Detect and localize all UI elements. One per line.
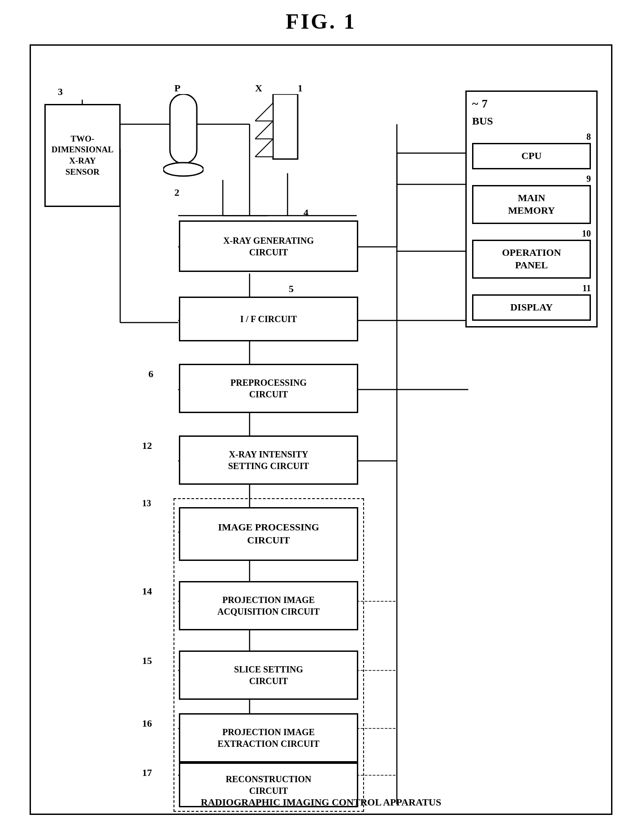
bus-tilde: ~ xyxy=(472,97,478,111)
xray-gen-circuit: X-RAY GENERATING CIRCUIT xyxy=(179,220,358,272)
tube-number: 2 xyxy=(174,187,179,198)
bottom-label: RADIOGRAPHIC IMAGING CONTROL APPARATUS xyxy=(201,797,441,808)
proj-acq-number: 14 xyxy=(142,586,152,597)
proj-ext-circuit: PROJECTION IMAGE EXTRACTION CIRCUIT xyxy=(179,713,358,762)
sensor-box: TWO- DIMENSIONAL X-RAY SENSOR xyxy=(44,104,121,207)
preproc-number: 6 xyxy=(148,368,153,380)
proj-ext-number: 16 xyxy=(142,718,152,729)
memory-block: MAIN MEMORY xyxy=(472,185,591,224)
display-number: 11 xyxy=(582,283,591,293)
svg-marker-37 xyxy=(255,103,273,121)
img-proc-circuit: IMAGE PROCESSING CIRCUIT xyxy=(179,507,358,561)
xray-x-label: X xyxy=(255,82,262,94)
cpu-number: 8 xyxy=(586,132,591,142)
svg-rect-36 xyxy=(273,94,298,159)
sensor-number: 3 xyxy=(58,86,63,98)
preproc-circuit: PREPROCESSING CIRCUIT xyxy=(179,364,358,413)
bus-number: 7 xyxy=(482,97,488,111)
if-number: 5 xyxy=(289,283,294,295)
slice-circuit: SLICE SETTING CIRCUIT xyxy=(179,650,358,700)
diagram-container: 3 TWO- DIMENSIONAL X-RAY SENSOR P 2 X 1 … xyxy=(30,44,612,815)
xray-beam-svg xyxy=(255,94,313,184)
xray-gen-number: 4 xyxy=(304,207,308,219)
svg-point-35 xyxy=(163,163,204,176)
xray-int-circuit: X-RAY INTENSITY SETTING CIRCUIT xyxy=(179,435,358,485)
if-circuit: I / F CIRCUIT xyxy=(179,297,358,341)
img-proc-label: 13 xyxy=(142,498,151,508)
xray-number-1: 1 xyxy=(298,82,303,94)
recon-number: 17 xyxy=(142,767,152,779)
display-block: DISPLAY xyxy=(472,294,591,321)
proj-acq-circuit: PROJECTION IMAGE ACQUISITION CIRCUIT xyxy=(179,581,358,630)
bus-label: BUS xyxy=(472,115,591,127)
slice-number: 15 xyxy=(142,655,152,667)
panel-number: 10 xyxy=(582,228,591,239)
page-title: FIG. 1 xyxy=(286,9,356,34)
tube-svg xyxy=(163,94,204,184)
svg-marker-39 xyxy=(255,139,273,157)
cpu-block: CPU xyxy=(472,143,591,169)
tube-p-label: P xyxy=(174,82,180,94)
xray-int-number: 12 xyxy=(142,440,152,452)
right-panel: ~ 7 BUS 8 CPU 9 MAIN MEMORY 10 OPERATION… xyxy=(465,90,598,327)
svg-rect-34 xyxy=(170,94,197,164)
panel-block: OPERATION PANEL xyxy=(472,240,591,279)
memory-number: 9 xyxy=(586,174,591,184)
svg-marker-38 xyxy=(255,121,273,139)
